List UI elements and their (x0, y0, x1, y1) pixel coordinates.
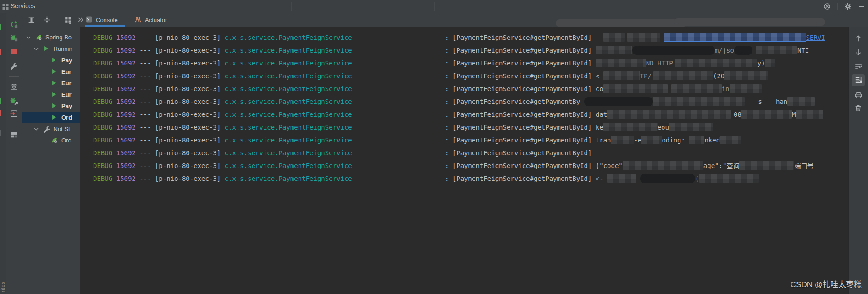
censor-block (607, 174, 636, 183)
titlebar-separator (434, 2, 435, 11)
censor-block (611, 136, 634, 144)
console-line: DEBUG 15092 --- [p-nio-80-exec-3] c.x.s.… (93, 95, 849, 108)
chevron-down-icon[interactable] (25, 34, 32, 41)
spring-boot-icon (51, 137, 58, 144)
tree-item-label: Orc (61, 137, 71, 144)
actuator-icon (134, 16, 142, 23)
toolbar-separator (9, 76, 19, 77)
attach-debugger-icon[interactable] (10, 98, 18, 105)
tree-item-pay[interactable]: Pay (22, 54, 80, 66)
tree-item-label: Eur (61, 80, 72, 87)
clear-console-icon[interactable] (854, 104, 862, 113)
censor-block (720, 136, 741, 144)
tree-item-label: Pay (61, 57, 72, 64)
up-arrow-icon[interactable] (854, 34, 862, 43)
toolbar-separator (56, 15, 56, 24)
tool-stripe-icon[interactable] (0, 98, 1, 104)
censor-block (632, 46, 715, 55)
down-arrow-icon[interactable] (854, 48, 862, 56)
censor-block (584, 97, 653, 106)
print-icon[interactable] (854, 91, 862, 99)
censor-block (787, 97, 815, 106)
wrench-icon[interactable] (10, 62, 18, 70)
tool-stripe-icon[interactable] (0, 110, 1, 116)
stop-icon[interactable] (10, 48, 18, 55)
censor-block (734, 46, 752, 55)
tool-window-title: Services (11, 2, 35, 10)
censor-block (603, 84, 668, 93)
console-line: DEBUG 15092 --- [p-nio-80-exec-3] c.x.s.… (93, 57, 849, 70)
play-icon (51, 68, 58, 75)
globe-icon[interactable] (824, 3, 831, 10)
tree-item-label: Ord (61, 114, 72, 121)
censor-block (640, 174, 695, 183)
tree-item-eur[interactable]: Eur (22, 66, 80, 77)
left-toolbar (6, 13, 22, 294)
tree-item-ord[interactable]: Ord (22, 112, 80, 123)
camera-icon[interactable] (10, 83, 18, 91)
tree-item-orc[interactable]: Orc (22, 135, 80, 146)
console-output[interactable]: DEBUG 15092 --- [p-nio-80-exec-3] c.x.s.… (80, 27, 849, 294)
censor-block (675, 59, 757, 67)
tree-item-runnin[interactable]: Runnin (22, 43, 80, 54)
censor-block (796, 110, 823, 119)
censor-block (653, 97, 745, 106)
censor-block (623, 161, 703, 170)
console-line: DEBUG 15092 --- [p-nio-80-exec-3] c.x.s.… (93, 121, 849, 134)
services-tree: Spring BoRunninPayEurEurEurPayOrdNot StO… (22, 27, 80, 294)
log-link[interactable]: SERVI (806, 34, 825, 41)
tab-actuator[interactable]: Actuator (134, 13, 167, 27)
console-line: DEBUG 15092 --- [p-nio-80-exec-3] c.x.s.… (93, 108, 849, 121)
censor-block (756, 46, 797, 54)
censor-blob (674, 18, 825, 26)
tree-item-label: Runnin (54, 45, 72, 52)
groupby-icon[interactable] (64, 16, 72, 24)
tree-item-eur[interactable]: Eur (22, 77, 80, 89)
soft-wrap-icon[interactable] (854, 62, 862, 71)
console-line: DEBUG 15092 --- [p-nio-80-exec-3] c.x.s.… (93, 134, 849, 147)
tree-item-label: Not St (54, 125, 70, 132)
tree-item-label: Spring Bo (45, 34, 72, 41)
censor-block (627, 33, 660, 42)
play-icon (51, 57, 58, 64)
tree-item-spring-bo[interactable]: Spring Bo (22, 32, 80, 43)
play-icon (51, 80, 58, 87)
tool-stripe-icon[interactable] (0, 130, 1, 136)
tree-item-label: Eur (61, 91, 72, 98)
titlebar-separator (148, 2, 148, 11)
tree-item-not-st[interactable]: Not St (22, 123, 80, 135)
console-line: DEBUG 15092 --- [p-nio-80-exec-3] c.x.s.… (93, 172, 849, 185)
watermark: CSDN @扎哇太枣糕 (791, 278, 862, 289)
censor-block (699, 174, 759, 183)
titlebar-separator (720, 2, 720, 11)
censor-block (596, 46, 632, 54)
tool-stripe-icon[interactable] (0, 49, 1, 55)
tool-stripe-icon[interactable] (0, 24, 1, 30)
more-chevrons-icon[interactable] (77, 16, 85, 24)
tool-window-stripe-label[interactable]: rites (0, 282, 6, 292)
censor-block (603, 71, 640, 80)
scroll-to-end-icon[interactable] (854, 76, 862, 84)
play-icon (51, 103, 58, 109)
censor-block (730, 84, 762, 93)
chevron-down-icon[interactable] (33, 126, 39, 132)
expand-all-icon[interactable] (28, 16, 35, 24)
tree-item-pay[interactable]: Pay (22, 100, 80, 112)
rerun-icon[interactable] (10, 21, 18, 28)
collapse-all-icon[interactable] (43, 16, 51, 24)
console-line: DEBUG 15092 --- [p-nio-80-exec-3] c.x.s.… (93, 31, 849, 44)
tree-item-eur[interactable]: Eur (22, 89, 80, 100)
tab-console[interactable]: Console (85, 13, 118, 27)
exit-icon[interactable] (10, 110, 18, 118)
rerun-debug-icon[interactable] (10, 34, 18, 42)
gear-icon[interactable] (844, 3, 851, 10)
minimize-icon[interactable] (858, 3, 865, 10)
chevron-down-icon[interactable] (33, 46, 39, 52)
layout-icon[interactable] (10, 131, 18, 139)
censor-block (671, 84, 722, 93)
censor-block (689, 136, 704, 144)
play-icon (51, 114, 58, 121)
titlebar-separator (577, 2, 577, 11)
console-tab-icon (85, 16, 93, 23)
console-line: DEBUG 15092 --- [p-nio-80-exec-3] c.x.s.… (93, 44, 849, 57)
